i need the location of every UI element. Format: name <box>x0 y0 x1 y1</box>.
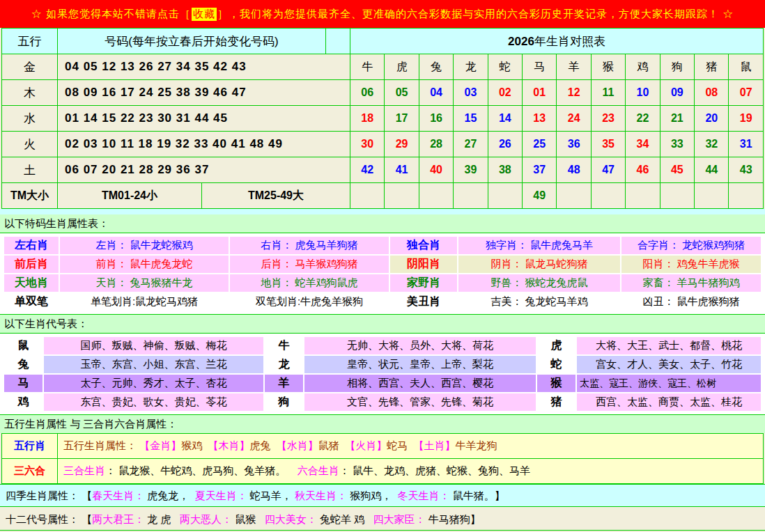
zodiac-number-cell: 03 <box>454 80 488 106</box>
zodiac-year-label: 年生肖对照表 <box>534 35 605 48</box>
header-numbers: 号码(每年按立春后开始变化号码) <box>58 29 326 54</box>
zodiac-number-cell: 02 <box>488 80 522 106</box>
wuxing-row: 五行肖五行生肖属性： 【金肖】猴鸡 【木肖】虎兔 【水肖】鼠猪 【火肖】蛇马 【… <box>2 434 764 459</box>
section-title-wuxing: 五行生肖属性 与 三合肖六合肖属性： <box>0 415 765 433</box>
zodiac-number-cell: 28 <box>419 132 453 157</box>
text-segment: ： 鼠龙猴、牛蛇鸡、虎马狗、兔羊猪。 <box>105 464 298 476</box>
zodiac-animal-cell: 狗 <box>660 54 694 80</box>
main-table-header-row: 五行号码(每年按立春后开始变化号码)2026年生肖对照表 <box>2 29 764 54</box>
zodiac-animal-cell: 猪 <box>695 54 729 80</box>
four-seasons-row: 四季生肖属性： 【春天生肖： 虎兔龙， 夏天生肖： 蛇马羊， 秋天生肖： 猴狗鸡… <box>0 484 765 507</box>
text-segment: 【火肖】 <box>345 439 387 451</box>
zodiac-attributes-table: 左右肖左肖： 鼠牛龙蛇猴鸡右肖： 虎兔马羊狗猪独合肖独字肖： 鼠牛虎兔马羊合字肖… <box>3 235 762 312</box>
text-segment: 【木肖】 <box>208 439 250 451</box>
code-names-cell: 皇帝、状元、皇帝、上帝、梨花 <box>304 356 536 373</box>
element-numbers: 08 09 16 17 24 25 38 39 46 47 <box>58 80 350 106</box>
attribute-value-cell: 前肖： 鼠牛虎兔龙蛇 <box>60 256 229 273</box>
code-names-cell: 西宫、太监、商贾、太监、桂花 <box>577 393 761 411</box>
code-row: 鸡东宫、贵妃、歌女、贵妃、苓花狗文官、先锋、管家、先锋、菊花猪西宫、太监、商贾、… <box>4 393 761 411</box>
zodiac-number-cell: 47 <box>591 157 625 183</box>
zodiac-number-cell: 08 <box>695 80 729 106</box>
attribute-label-cell: 左右肖 <box>4 237 59 254</box>
zodiac-number-cell: 24 <box>557 106 591 132</box>
text-segment: 秋天生肖： <box>295 490 350 501</box>
code-zodiac-cell: 狗 <box>265 393 303 411</box>
code-zodiac-cell: 虎 <box>537 337 575 354</box>
code-row: 兔玉帝、东宫、小姐、东宫、兰花龙皇帝、状元、皇帝、上帝、梨花蛇宫女、才人、美女、… <box>4 356 761 373</box>
tm-zodiac-cell <box>419 183 453 209</box>
zodiac-number-cell: 12 <box>557 80 591 106</box>
attribute-label-cell: 天地肖 <box>4 274 59 292</box>
text-segment: 鼠猪 <box>318 439 345 451</box>
zodiac-number-cell: 11 <box>591 80 625 106</box>
zodiac-number-cell: 33 <box>660 132 694 157</box>
zodiac-animal-cell: 马 <box>523 54 557 80</box>
text-segment: 兔蛇羊 鸡 <box>320 513 373 525</box>
tm-small-label: TM01-24小 <box>58 183 202 209</box>
codes-section: 鼠国师、叛贼、神偷、叛贼、梅花牛无帅、大将、员外、大将、荷花虎大将、大王、武士、… <box>0 333 765 415</box>
zodiac-number-cell: 04 <box>419 80 453 106</box>
page: ☆ 如果您觉得本站不错请点击［收藏］，我们将为您提供最齐全、更准确的六合彩数据与… <box>0 0 765 532</box>
zodiac-animal-cell: 兔 <box>419 54 453 80</box>
zodiac-number-cell: 32 <box>695 132 729 157</box>
zodiac-number-cell: 13 <box>523 106 557 132</box>
tm-size-row: TM大小TM01-24小TM25-49大49 <box>2 183 764 209</box>
attribute-value-cell: 独字肖： 鼠牛虎兔马羊 <box>458 237 620 254</box>
favorite-link[interactable]: 收藏 <box>192 8 217 21</box>
zodiac-number-cell: 37 <box>523 157 557 183</box>
attribute-value-cell: 阳肖： 鸡兔牛羊虎猴 <box>621 256 761 273</box>
zodiac-animal-cell: 鼠 <box>729 54 764 80</box>
code-names-cell: 无帅、大将、员外、大将、荷花 <box>304 337 536 354</box>
element-label: 火 <box>2 132 58 157</box>
element-row: 木08 09 16 17 24 25 38 39 46 470605040302… <box>2 80 764 106</box>
zodiac-number-cell: 40 <box>419 157 453 183</box>
zodiac-number-cell: 15 <box>454 106 488 132</box>
zodiac-number-cell: 27 <box>454 132 488 157</box>
text-segment: 四大美女： <box>265 513 320 525</box>
zodiac-number-cell: 36 <box>557 132 591 157</box>
zodiac-number-cell: 23 <box>591 106 625 132</box>
section-title-attributes: 以下特码生肖属性表： <box>0 214 765 233</box>
zodiac-number-cell: 21 <box>660 106 694 132</box>
zodiac-number-cell: 30 <box>350 132 385 157</box>
text-segment: 蛇马羊， <box>250 490 295 501</box>
code-names-cell: 大将、大王、武士、都督、桃花 <box>577 337 761 354</box>
tm-zodiac-cell <box>385 183 419 209</box>
element-numbers: 01 14 15 22 23 30 31 44 45 <box>58 106 350 132</box>
zodiac-number-cell: 20 <box>695 106 729 132</box>
code-names-cell: 国师、叛贼、神偷、叛贼、梅花 <box>44 337 263 354</box>
twelve-codes-row: 十二代号属性： 【两大君王： 龙 虎 两大恶人： 鼠猴 四大美女： 兔蛇羊 鸡 … <box>0 509 765 531</box>
attribute-value-cell: 单笔划肖:鼠龙蛇马鸡猪 <box>60 293 229 311</box>
separator-strip <box>0 209 765 214</box>
text-segment: ： 鼠牛、龙鸡、虎猪、蛇猴、兔狗、马羊 <box>339 464 530 476</box>
tm-zodiac-cell <box>695 183 729 209</box>
zodiac-number-cell: 22 <box>626 106 660 132</box>
element-row: 火02 03 10 11 18 19 32 33 40 41 48 493029… <box>2 132 764 157</box>
text-segment: 牛羊龙狗 <box>456 439 497 451</box>
code-names-cell: 宫女、才人、美女、太子、竹花 <box>577 356 761 373</box>
text-segment: 六合生肖 <box>298 464 339 476</box>
element-row: 金04 05 12 13 26 27 34 35 42 43牛虎兔龙蛇马羊猴鸡狗… <box>2 54 764 80</box>
attribute-row: 前后肖前肖： 鼠牛虎兔龙蛇后肖： 马羊猴鸡狗猪阴阳肖阴肖： 鼠龙马蛇狗猪阳肖： … <box>4 256 761 273</box>
zodiac-number-cell: 16 <box>419 106 453 132</box>
wuxing-row-label: 三六合 <box>2 459 58 484</box>
zodiac-animal-cell: 牛 <box>350 54 385 80</box>
code-zodiac-cell: 猴 <box>537 375 575 392</box>
code-names-cell: 玉帝、东宫、小姐、东宫、兰花 <box>44 356 263 373</box>
element-label: 金 <box>2 54 58 80</box>
text-segment: 鼠牛猪。】 <box>453 490 505 501</box>
zodiac-number-cell: 10 <box>626 80 660 106</box>
attribute-value-cell: 家畜： 羊马牛猪狗鸡 <box>621 274 761 292</box>
code-zodiac-cell: 马 <box>4 375 42 392</box>
attribute-value-cell: 天肖： 兔马猴猪牛龙 <box>60 274 229 292</box>
attribute-value-cell: 地肖： 蛇羊鸡狗鼠虎 <box>230 274 389 292</box>
attribute-value-cell: 双笔划肖:牛虎兔羊猴狗 <box>230 293 389 311</box>
text-segment: 【土肖】 <box>414 439 456 451</box>
code-row: 鼠国师、叛贼、神偷、叛贼、梅花牛无帅、大将、员外、大将、荷花虎大将、大王、武士、… <box>4 337 761 354</box>
attribute-value-cell: 阴肖： 鼠龙马蛇狗猪 <box>458 256 620 273</box>
text-segment: 三合生肖 <box>63 464 105 476</box>
zodiac-number-cell: 09 <box>660 80 694 106</box>
element-label: 木 <box>2 80 58 106</box>
code-names-cell: 文官、先锋、管家、先锋、菊花 <box>304 393 536 411</box>
zodiac-animal-cell: 龙 <box>454 54 488 80</box>
